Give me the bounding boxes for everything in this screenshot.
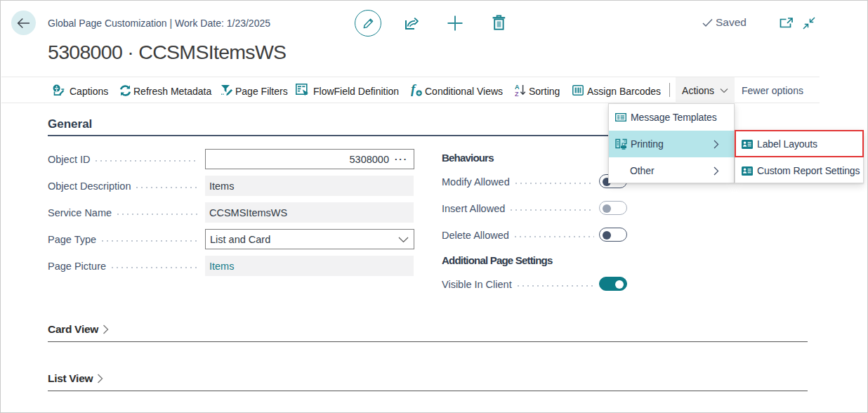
svg-text:A: A — [515, 84, 520, 91]
svg-text:f: f — [411, 81, 416, 96]
svg-text:Z: Z — [515, 91, 519, 98]
